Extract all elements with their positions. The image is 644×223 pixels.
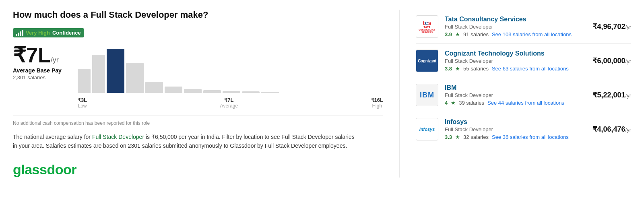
cognizant-per-yr: /yr — [625, 58, 631, 64]
company-item-infosys: Infosys Infosys Full Stack Developer 3.3… — [416, 112, 631, 146]
infosys-info: Infosys Full Stack Developer 3.3 ★ 32 sa… — [445, 118, 586, 140]
ibm-salary-value: ₹5,22,001 — [592, 91, 625, 99]
infosys-role: Full Stack Developer — [445, 126, 586, 132]
bar-1 — [78, 69, 91, 93]
ibm-logo-text: IBM — [420, 91, 434, 99]
description-highlight: Full Stack Developer — [92, 134, 144, 140]
infosys-rating-row: 3.3 ★ 32 salaries See 36 salaries from a… — [445, 134, 586, 140]
infosys-salary: ₹4,06,476/yr — [592, 125, 631, 134]
ibm-star-icon: ★ — [451, 100, 456, 106]
tcs-info: Tata Consultancy Services Full Stack Dev… — [445, 16, 586, 37]
cognizant-logo: Cognizant — [416, 50, 438, 72]
ibm-salaries-count: 39 salaries — [459, 100, 484, 106]
bar-3 — [107, 49, 124, 93]
salary-section: ₹7L/yr Average Base Pay 2,301 salaries — [13, 45, 383, 109]
bar-2 — [92, 55, 105, 93]
tcs-rating-row: 3.9 ★ 91 salaries See 103 salaries from … — [445, 31, 586, 37]
chart-high-desc: High — [371, 103, 383, 109]
bar-11 — [261, 92, 279, 93]
cognizant-salary-value: ₹6,00,000 — [592, 57, 625, 65]
ibm-see-salaries-link[interactable]: See 44 salaries from all locations — [487, 100, 564, 106]
bar-5 — [145, 82, 163, 93]
chart-low-val: ₹3L — [78, 97, 87, 103]
tcs-name[interactable]: Tata Consultancy Services — [445, 16, 586, 23]
confidence-rest-text: Confidence — [52, 30, 81, 36]
ibm-role: Full Stack Developer — [445, 92, 586, 98]
description-text: The national average salary for Full Sta… — [13, 134, 355, 149]
cognizant-name[interactable]: Cognizant Technology Solutions — [445, 50, 586, 57]
salary-count: 2,301 salaries — [13, 74, 62, 81]
avg-base-pay-label: Average Base Pay — [13, 67, 62, 74]
company-item-tcs: tcs TATA CONSULTANCY SERVICES Tata Consu… — [416, 10, 631, 44]
ibm-salary: ₹5,22,001/yr — [592, 91, 631, 99]
main-container: How much does a Full Stack Developer mak… — [0, 0, 644, 187]
bar-10 — [242, 91, 260, 93]
chart-area: ₹3L Low ₹7L Average ₹16L High — [78, 45, 383, 109]
tcs-logo: tcs TATA CONSULTANCY SERVICES — [416, 15, 438, 38]
cognizant-logo-text: Cognizant — [418, 59, 436, 63]
infosys-logo-text: Infosys — [419, 127, 435, 132]
tcs-salary-value: ₹4,96,702 — [592, 23, 625, 31]
confidence-badge: Very High Confidence — [13, 28, 84, 37]
bar-4 — [126, 63, 144, 93]
cognizant-role: Full Stack Developer — [445, 58, 586, 64]
infosys-name[interactable]: Infosys — [445, 118, 586, 126]
tcs-rating: 3.9 — [445, 31, 452, 37]
ibm-per-yr: /yr — [625, 93, 631, 99]
bar-7 — [184, 89, 202, 93]
salary-main: ₹7L/yr Average Base Pay 2,301 salaries — [13, 45, 62, 81]
cognizant-star-icon: ★ — [455, 66, 460, 72]
ibm-rating-row: 4 ★ 39 salaries See 44 salaries from all… — [445, 100, 586, 106]
infosys-see-salaries-link[interactable]: See 36 salaries from all locations — [492, 134, 569, 140]
confidence-high-text: Very High — [26, 30, 50, 36]
infosys-salaries-count: 32 salaries — [463, 134, 489, 140]
chart-labels: ₹3L Low ₹7L Average ₹16L High — [78, 97, 383, 109]
chart-label-avg: ₹7L Average — [220, 97, 238, 109]
chart-avg-desc: Average — [220, 103, 238, 109]
infosys-rating: 3.3 — [445, 134, 452, 140]
ibm-name[interactable]: IBM — [445, 84, 586, 91]
cognizant-see-salaries-link[interactable]: See 63 salaries from all locations — [492, 66, 569, 72]
tcs-per-yr: /yr — [625, 24, 631, 30]
tcs-salary: ₹4,96,702/yr — [592, 22, 631, 31]
tcs-star-icon: ★ — [455, 31, 460, 37]
ibm-logo: IBM — [416, 84, 438, 106]
cognizant-rating: 3.8 — [445, 66, 452, 72]
bar-8 — [203, 90, 221, 93]
confidence-icon — [16, 30, 23, 36]
bar-6 — [165, 87, 182, 93]
cognizant-info: Cognizant Technology Solutions Full Stac… — [445, 50, 586, 72]
infosys-salary-value: ₹4,06,476 — [592, 125, 625, 133]
salary-amount: ₹7L/yr — [13, 45, 62, 66]
no-cash-note: No additional cash compensation has been… — [13, 115, 383, 126]
ibm-info: IBM Full Stack Developer 4 ★ 39 salaries… — [445, 84, 586, 106]
bar-9 — [223, 91, 240, 93]
ibm-rating: 4 — [445, 100, 448, 106]
page-title: How much does a Full Stack Developer mak… — [13, 10, 383, 20]
infosys-star-icon: ★ — [455, 134, 460, 140]
right-panel: tcs TATA CONSULTANCY SERVICES Tata Consu… — [399, 10, 631, 178]
salary-value: ₹7L — [13, 43, 51, 67]
description: The national average salary for Full Sta… — [13, 132, 359, 151]
tcs-role: Full Stack Developer — [445, 24, 586, 30]
cognizant-salaries-count: 55 salaries — [463, 66, 489, 72]
salary-per-yr: /yr — [51, 56, 59, 64]
chart-label-high: ₹16L High — [371, 97, 383, 109]
left-panel: How much does a Full Stack Developer mak… — [13, 10, 383, 178]
chart-low-desc: Low — [78, 103, 87, 109]
cognizant-salary: ₹6,00,000/yr — [592, 56, 631, 65]
bar-chart — [78, 45, 383, 93]
tcs-salaries-count: 91 salaries — [463, 31, 489, 37]
chart-label-low: ₹3L Low — [78, 97, 87, 109]
tcs-see-salaries-link[interactable]: See 103 salaries from all locations — [492, 31, 572, 37]
company-item-ibm: IBM IBM Full Stack Developer 4 ★ 39 sala… — [416, 78, 631, 112]
chart-avg-val: ₹7L — [220, 97, 238, 103]
company-item-cognizant: Cognizant Cognizant Technology Solutions… — [416, 44, 631, 78]
chart-high-val: ₹16L — [371, 97, 383, 103]
infosys-per-yr: /yr — [625, 127, 631, 133]
infosys-logo: Infosys — [416, 118, 438, 140]
cognizant-rating-row: 3.8 ★ 55 salaries See 63 salaries from a… — [445, 66, 586, 72]
glassdoor-logo: glassdoor — [13, 162, 383, 178]
